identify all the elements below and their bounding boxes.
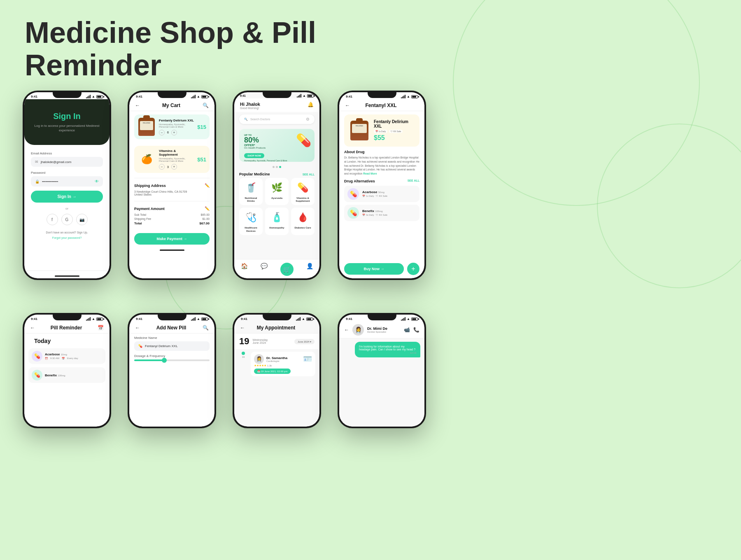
nav-home[interactable]: 🏠 [241, 263, 248, 276]
search-icon: 🔍 [244, 118, 248, 121]
password-input[interactable]: 🔒 •••••••••••••• 👁 [31, 176, 103, 187]
appt-date-info: Wednesday June 2024 [252, 338, 268, 344]
google-button[interactable]: G [61, 214, 73, 225]
about-title: About Drug [344, 150, 419, 154]
back-button[interactable]: ← [345, 103, 350, 108]
appt-header: ← My Appointment [234, 322, 319, 334]
med-name-input[interactable]: 💊 Fentanyl Delirium XXL [134, 341, 210, 351]
pill-item-1: 💊 Acarbose 10mg ⏰ 9:30 AM 📅 Every day [28, 348, 105, 364]
facebook-button[interactable]: f [47, 214, 58, 225]
signal-icon [86, 317, 91, 321]
search-icon[interactable]: 🔍 [203, 103, 209, 108]
edit-payment-icon[interactable]: ✏️ [205, 206, 210, 211]
filter-icon[interactable]: ⚙ [306, 117, 310, 121]
back-button[interactable]: ← [240, 325, 245, 331]
qty-increase-1[interactable]: + [171, 130, 177, 135]
eye-icon[interactable]: 👁 [95, 179, 99, 184]
wifi-icon: ▲ [197, 95, 200, 98]
doc-card-icon: 🪪 [303, 355, 312, 364]
nav-shop[interactable]: 🛒 [280, 263, 294, 276]
forgot-password-link[interactable]: Forgot your password? [31, 236, 103, 241]
back-button[interactable]: ← [135, 103, 140, 108]
calendar-icon[interactable]: 📅 [98, 325, 104, 331]
alt-header: Drug Alternatives SEE ALL [344, 179, 419, 183]
product-vitamins[interactable]: 💊 Vitamins & Supplement [291, 178, 315, 205]
wifi-icon: ▲ [407, 317, 410, 321]
phone-notch [53, 92, 82, 98]
alt-drug-1[interactable]: 💊 Acarbose 50mg 📅 1x Daily 🛡 RX Safe [344, 186, 419, 202]
product-actions: Buy Now → + [339, 259, 424, 278]
back-button[interactable]: ← [344, 327, 349, 333]
product-grid: 🥤 Nutritional Drinks 🌿 Ayurveda 💊 Vitami… [234, 178, 319, 235]
dot-3[interactable] [279, 166, 281, 168]
nav-shop-icon[interactable]: 🛒 [280, 263, 294, 276]
qty-decrease-2[interactable]: − [159, 164, 165, 170]
product-diabetes[interactable]: 🩸 Diabetes Care [291, 208, 315, 235]
phone-notch [368, 92, 396, 98]
month-picker[interactable]: June 2024 ▾ [294, 339, 315, 344]
add-pill-header: ← Add New Pill 🔍 [129, 322, 214, 334]
doc-rating: ★★★★★ 1.3k [254, 364, 312, 367]
product-banner-image: RELIOND [349, 121, 370, 140]
see-all-alt[interactable]: SEE ALL [408, 179, 419, 183]
product-ayurveda[interactable]: 🌿 Ayurveda [265, 178, 289, 205]
dot-1[interactable] [273, 166, 275, 168]
nav-profile[interactable]: 👤 [306, 263, 313, 276]
slider-thumb[interactable] [162, 358, 167, 363]
ayurveda-icon: 🌿 [270, 180, 284, 195]
product-tags: 📅 1x Daily 🛡 RX Safe [374, 130, 415, 133]
qty-decrease-1[interactable]: − [159, 130, 165, 135]
total-row: Total $67.00 [134, 222, 210, 225]
bottom-nav: 🏠 💬 🛒 👤 [234, 259, 319, 278]
notification-icon[interactable]: 🔔 [308, 102, 314, 107]
product-banner-info: Fentanly Delirium XXL 📅 1x Daily 🛡 RX Sa… [374, 119, 415, 142]
about-text: Dr. Bellamy Nicholas is a top specialist… [344, 156, 419, 176]
vitamins-icon: 💊 [296, 180, 310, 195]
nav-chat[interactable]: 💬 [261, 263, 268, 276]
promo-banner: UP TO 80% OFFER* On Health Products SHOP… [239, 129, 315, 162]
back-button[interactable]: ← [135, 325, 140, 331]
add-button[interactable]: + [407, 263, 419, 275]
make-payment-button[interactable]: Make Payment → [134, 233, 210, 245]
instagram-button[interactable]: 📷 [76, 214, 88, 225]
pill-meta-1: ⏰ 9:30 AM 📅 Every day [45, 357, 78, 360]
signin-button[interactable]: Sign In → [31, 191, 103, 203]
appt-item-1: 19 👩‍⚕️ Dr. Samantha Cardiologist 🪪 [238, 352, 315, 376]
add-pill-title: Add New Pill [156, 325, 186, 331]
video-call-icon[interactable]: 📹 [404, 327, 410, 333]
cart-title: My Cart [162, 103, 180, 108]
page-title: Medicine Shop & Pill Reminder [25, 16, 316, 82]
qty-control-1: − 6 + [159, 130, 194, 135]
product-homeopathy[interactable]: 🧴 Homeopathy [265, 208, 289, 235]
cart-item-1: RELIOND Fentanly Delirium XXL Homeopathy… [134, 114, 210, 139]
read-more-link[interactable]: Read More [363, 172, 377, 175]
buy-now-button[interactable]: Buy Now → [344, 263, 404, 275]
battery-icon [201, 95, 208, 98]
qty-increase-2[interactable]: + [171, 164, 177, 170]
voice-call-icon[interactable]: 📞 [413, 327, 419, 333]
back-button[interactable]: ← [30, 325, 35, 331]
qty-control-2: − 3 + [159, 164, 194, 170]
shop-now-button[interactable]: SHOP NOW [244, 153, 264, 158]
phone-notch [158, 92, 186, 98]
cart-item-2-info: Vitamins & Supplement Homeopathy, Ayurve… [159, 149, 194, 170]
alt-drug-2[interactable]: 💊 Benefix 100mg 📅 3x Daily 🛡 RX Safe [344, 205, 419, 221]
product-nutritional[interactable]: 🥤 Nutritional Drinks [239, 178, 263, 205]
product-healthcare[interactable]: 🩺 Healthcare Devices [239, 208, 263, 235]
search-icon[interactable]: 🔍 [203, 325, 209, 331]
appt-date-header: 19 Wednesday June 2024 June 2024 ▾ [234, 334, 319, 349]
appt-card-1[interactable]: 👩‍⚕️ Dr. Samantha Cardiologist 🪪 ★★★★★ 1… [251, 352, 315, 376]
search-bar[interactable]: 🔍 Search Doctors ⚙ [239, 114, 315, 124]
email-input[interactable]: ✉ jhalokde@gmail.com [31, 157, 103, 167]
cart-item-2: 🍊 Vitamins & Supplement Homeopathy, Ayur… [134, 146, 210, 173]
chat-screen: 9:41 ▲ ← 👩‍⚕️ Dr. Mimi De Dentist Specia… [339, 315, 424, 427]
dosage-slider[interactable] [134, 359, 210, 361]
cart-item-1-info: Fentanly Delirium XXL Homeopathy, Ayurve… [159, 119, 194, 135]
cart-item-2-image: 🍊 [137, 150, 156, 168]
phone-appointment: 9:41 ▲ ← My Appointment 19 Wednes [233, 313, 321, 428]
dot-2[interactable] [276, 166, 278, 168]
see-all-popular[interactable]: SEE ALL [303, 173, 315, 176]
signal-icon [297, 94, 301, 98]
signin-title: Sign In [33, 112, 101, 121]
edit-icon[interactable]: ✏️ [205, 183, 210, 188]
